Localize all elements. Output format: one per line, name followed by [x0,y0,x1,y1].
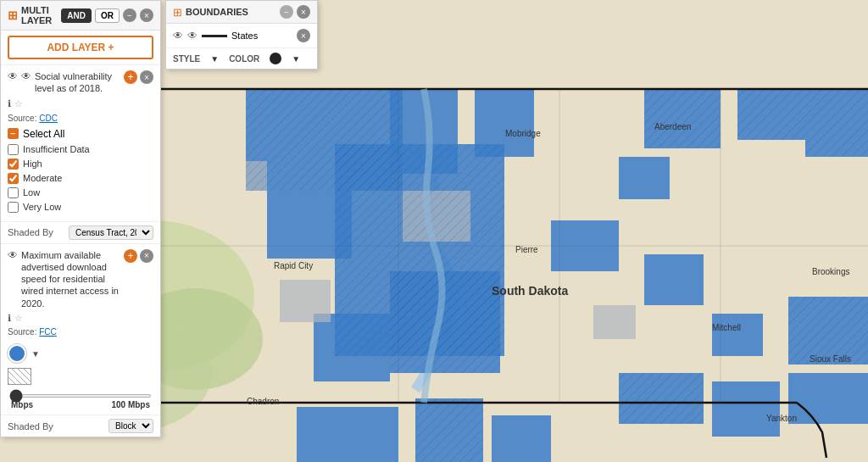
high-label: High [23,159,42,169]
layer1-visibility-icon[interactable]: 👁 [8,70,18,82]
layer1-shaded-by-row: Shaded By Census Tract, 2010 [1,221,160,243]
layer1-title: Social vulnerability level as of 2018. [35,70,120,95]
low-label: Low [23,187,40,198]
very-low-checkbox[interactable] [8,202,19,213]
moderate-label: Moderate [23,173,62,183]
boundaries-minus-button[interactable]: − [280,5,293,19]
svg-rect-17 [712,314,763,356]
svg-rect-35 [805,89,868,157]
select-all-checkbox[interactable]: − [8,128,19,139]
layer1-add-button[interactable]: + [124,70,137,84]
states-label: States [231,31,292,41]
low-checkbox[interactable] [8,187,19,198]
insufficient-data-checkbox[interactable] [8,144,19,155]
layer2-remove-button[interactable]: × [140,249,153,263]
very-low-label: Very Low [23,202,61,212]
layer1-view-icon[interactable]: 👁 [21,70,31,82]
or-button[interactable]: OR [95,8,120,23]
color-picker[interactable] [270,53,281,64]
states-view-icon[interactable]: 👁 [187,30,198,42]
states-remove-button[interactable]: × [297,29,310,42]
insufficient-data-label: Insufficient Data [23,144,90,154]
speed-slider[interactable] [9,394,152,398]
layer1-info-icon[interactable]: ℹ [8,98,11,109]
states-eye-icon[interactable]: 👁 [173,30,183,42]
layer1-shaded-by-select[interactable]: Census Tract, 2010 [69,225,153,240]
svg-rect-24 [492,415,551,462]
svg-rect-22 [297,407,398,462]
svg-rect-14 [619,157,670,199]
svg-rect-16 [644,254,704,305]
high-checkbox[interactable] [8,159,19,170]
slider-min-label: Mbps [11,400,33,409]
layer1-shaded-by-label: Shaded By [8,227,53,237]
boundaries-style-color-row: STYLE ▼ COLOR ▼ [166,48,317,69]
layer1-section: 👁 👁 Social vulnerability level as of 201… [1,64,160,221]
layer2-swatch-arrow[interactable]: ▼ [31,349,40,359]
moderate-checkbox[interactable] [8,173,19,184]
style-dropdown[interactable]: ▼ [210,54,219,64]
svg-rect-27 [593,305,636,339]
layer2-shaded-by-select[interactable]: Block [108,419,153,433]
svg-rect-34 [737,89,805,140]
layer1-remove-button[interactable]: × [140,70,153,84]
svg-rect-20 [712,381,780,437]
layer2-source-link[interactable]: FCC [39,327,57,337]
multilayer-panel: ⊞ MULTI LAYER AND OR − × ADD LAYER + 👁 👁… [0,0,161,437]
layer2-color-swatch[interactable] [8,344,26,363]
svg-rect-33 [644,89,721,148]
pattern-swatch[interactable] [8,368,31,385]
boundaries-states-item: 👁 👁 States × [166,24,317,48]
boundaries-panel: ⊞ BOUNDARIES − × 👁 👁 States × STYLE ▼ CO… [165,0,318,70]
slider-max-label: 100 Mbps [111,400,150,409]
svg-rect-26 [280,280,331,322]
svg-rect-36 [788,297,868,365]
color-dropdown[interactable]: ▼ [292,54,300,64]
boundaries-close-button[interactable]: × [297,5,310,19]
boundaries-title: BOUNDARIES [186,7,276,17]
svg-rect-19 [788,373,868,424]
multilayer-close-button[interactable]: × [140,8,153,22]
multilayer-panel-header: ⊞ MULTI LAYER AND OR − × [1,1,160,31]
multilayer-title: MULTI LAYER [21,5,58,25]
layer2-title: Maximum available advertised download sp… [21,249,120,309]
select-all-label: Select All [23,128,64,140]
color-label: COLOR [229,54,259,64]
layers-icon: ⊞ [8,8,18,22]
layer2-add-button[interactable]: + [124,249,137,263]
svg-rect-37 [619,373,704,424]
boundaries-icon: ⊞ [173,6,182,19]
style-label: STYLE [173,54,200,64]
layer1-source-link[interactable]: CDC [39,114,58,123]
layer2-star-icon[interactable]: ☆ [14,313,23,324]
add-layer-button[interactable]: ADD LAYER + [8,36,153,59]
layer2-shaded-by-label: Shaded By [8,421,53,431]
and-button[interactable]: AND [61,8,92,23]
layer2-visibility-icon[interactable]: 👁 [8,249,18,261]
svg-rect-38 [415,398,483,462]
layer2-shaded-by-row: Shaded By Block [1,415,160,437]
layer1-filters: − Select All Insufficient Data High Mode… [8,124,153,216]
states-line-style [202,35,227,37]
boundaries-panel-header: ⊞ BOUNDARIES − × [166,1,317,24]
layer1-star-icon[interactable]: ☆ [14,98,23,109]
layer1-source-label: Source: [8,114,39,123]
layer2-source-label: Source: [8,327,39,337]
layer2-info-icon[interactable]: ℹ [8,313,11,324]
layer2-section: 👁 Maximum available advertised download … [1,243,160,415]
multilayer-minus-button[interactable]: − [123,8,136,22]
